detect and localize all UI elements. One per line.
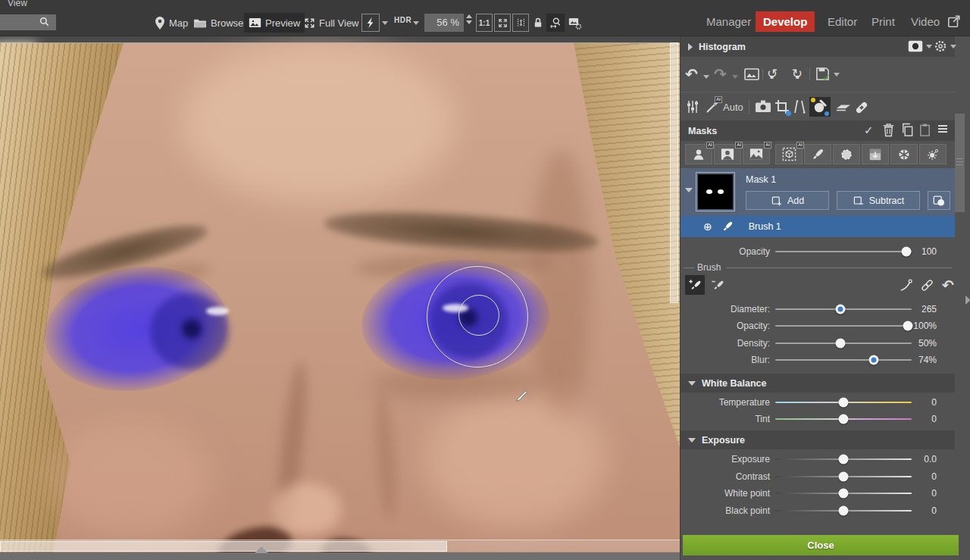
mask-tool-ai-sky[interactable]: AI bbox=[743, 144, 770, 164]
undo-icon[interactable]: ↶ bbox=[685, 67, 698, 82]
diameter-track[interactable] bbox=[775, 308, 912, 310]
mask-tool-luminance[interactable] bbox=[919, 144, 947, 164]
hdr-dropdown[interactable] bbox=[413, 21, 419, 25]
module-tab-manager[interactable]: Manager bbox=[699, 11, 759, 32]
canvas-horizontal-scroll-thumb[interactable] bbox=[0, 541, 447, 552]
mask-display-dropdown[interactable] bbox=[926, 45, 932, 48]
tint-track[interactable] bbox=[775, 418, 912, 420]
black-point-track[interactable] bbox=[775, 510, 912, 512]
mask-display-mode-icon[interactable] bbox=[908, 40, 923, 52]
paste-icon[interactable] bbox=[918, 123, 931, 137]
panel-collapse-arrow[interactable] bbox=[965, 296, 970, 305]
lock-button[interactable] bbox=[530, 14, 546, 32]
brush-opacity-track[interactable] bbox=[775, 325, 912, 327]
menu-view[interactable]: View bbox=[8, 0, 27, 8]
redo-dropdown[interactable] bbox=[732, 75, 738, 79]
auto-label[interactable]: Auto bbox=[723, 102, 743, 113]
mask-tool-circle[interactable] bbox=[833, 144, 860, 164]
mask-invert-button[interactable] bbox=[928, 191, 950, 210]
rotate-left-icon[interactable]: ↺■ bbox=[767, 67, 781, 80]
auto-wand-icon[interactable]: AI bbox=[705, 99, 720, 114]
link-icon[interactable] bbox=[917, 275, 937, 295]
menu-icon[interactable] bbox=[937, 123, 949, 135]
exposure-handle[interactable] bbox=[839, 455, 849, 465]
straighten-tool-icon[interactable] bbox=[793, 99, 806, 114]
mask-tool-brush[interactable] bbox=[804, 144, 831, 164]
canvas-vertical-scroll-thumb[interactable] bbox=[670, 42, 678, 303]
mask-name[interactable]: Mask 1 bbox=[746, 174, 776, 185]
mask-tool-ai-selection[interactable]: AI bbox=[775, 144, 803, 164]
fit-width-button[interactable] bbox=[512, 14, 529, 32]
module-tab-develop[interactable]: Develop bbox=[756, 11, 815, 32]
mask-expand-arrow[interactable] bbox=[685, 188, 693, 192]
photo-image[interactable] bbox=[0, 42, 680, 560]
mask-tool-ai-background[interactable]: AI bbox=[714, 144, 741, 164]
module-tab-print[interactable]: Print bbox=[864, 11, 903, 32]
map-button[interactable]: Map bbox=[150, 13, 192, 33]
temperature-track[interactable] bbox=[775, 402, 912, 403]
white-point-handle[interactable] bbox=[839, 489, 849, 499]
mask-tool-ai-person[interactable]: AI bbox=[685, 144, 712, 164]
mask-opacity-track[interactable] bbox=[775, 251, 912, 252]
diameter-handle[interactable] bbox=[836, 305, 846, 314]
brush-subtract-mode-button[interactable] bbox=[708, 275, 728, 295]
masks-tool-icon-selected[interactable] bbox=[809, 97, 831, 117]
mask-subtract-button[interactable]: Subtract bbox=[837, 191, 920, 210]
exposure-track[interactable] bbox=[775, 458, 912, 460]
adjustments-tool-icon[interactable] bbox=[685, 99, 700, 114]
mask-add-button[interactable]: Add bbox=[746, 191, 829, 210]
hdr-label[interactable]: HDR bbox=[394, 16, 411, 24]
original-image-icon[interactable] bbox=[744, 68, 759, 80]
black-point-handle[interactable] bbox=[839, 506, 849, 516]
gear-icon[interactable] bbox=[934, 39, 947, 53]
contrast-track[interactable] bbox=[775, 476, 912, 477]
temperature-handle[interactable] bbox=[839, 398, 849, 408]
preview-button[interactable]: Preview bbox=[244, 13, 305, 33]
open-external-icon[interactable] bbox=[947, 14, 961, 28]
redo-icon[interactable]: ↷ bbox=[714, 67, 727, 82]
rotate-right-icon[interactable]: ■↻ bbox=[788, 67, 803, 80]
plus-circle-icon[interactable]: ⊕ bbox=[703, 221, 712, 233]
full-view-button[interactable]: Full View bbox=[299, 13, 364, 33]
zoom-1to1-button[interactable]: 1:1 bbox=[476, 14, 493, 32]
blur-handle[interactable] bbox=[868, 355, 878, 365]
camera-tool-icon[interactable] bbox=[755, 99, 771, 113]
white-balance-header[interactable]: White Balance bbox=[681, 374, 955, 393]
crop-tool-icon[interactable] bbox=[774, 99, 790, 114]
white-point-track[interactable] bbox=[775, 493, 912, 494]
save-dropdown[interactable] bbox=[834, 73, 840, 77]
mask-tool-linear-gradient[interactable] bbox=[862, 144, 889, 164]
brush-layer-row[interactable]: ⊕ Brush 1 bbox=[681, 216, 955, 237]
quick-edits-button[interactable] bbox=[361, 14, 380, 32]
canvas-horizontal-scrollbar[interactable] bbox=[0, 540, 680, 552]
tint-handle[interactable] bbox=[839, 415, 849, 424]
compare-button[interactable] bbox=[546, 14, 565, 32]
undo-dropdown[interactable] bbox=[703, 75, 709, 79]
exposure-header[interactable]: Exposure bbox=[681, 430, 955, 449]
close-button[interactable]: Close bbox=[683, 535, 959, 555]
search-icon[interactable] bbox=[39, 16, 50, 27]
pressure-pen-icon[interactable] bbox=[896, 275, 915, 295]
module-tab-editor[interactable]: Editor bbox=[820, 11, 865, 32]
mask-thumbnail[interactable] bbox=[696, 172, 735, 211]
healing-tool-icon[interactable] bbox=[853, 99, 870, 116]
zoom-level-field[interactable]: 56 % bbox=[424, 14, 464, 32]
brush-add-mode-button[interactable] bbox=[685, 275, 705, 295]
filmstrip-expander-arrow[interactable] bbox=[255, 546, 268, 553]
mask-enable-check-icon[interactable]: ✓ bbox=[864, 124, 874, 137]
browser-button[interactable]: Browser bbox=[189, 13, 252, 33]
module-tab-video[interactable]: Video bbox=[903, 11, 947, 32]
gradient-tool-icon[interactable] bbox=[835, 99, 852, 113]
develop-canvas[interactable] bbox=[0, 36, 680, 560]
density-track[interactable] bbox=[775, 343, 912, 344]
save-icon[interactable]: ✓ bbox=[815, 67, 830, 81]
trash-icon[interactable] bbox=[882, 123, 895, 137]
density-handle[interactable] bbox=[836, 339, 846, 349]
blur-track[interactable] bbox=[775, 359, 912, 361]
mask-tool-radial-wheel[interactable] bbox=[890, 144, 918, 164]
reset-brush-icon[interactable]: ↶ bbox=[938, 275, 958, 295]
quick-edits-dropdown[interactable] bbox=[382, 21, 388, 25]
fit-to-screen-button[interactable] bbox=[494, 14, 511, 32]
contrast-handle[interactable] bbox=[839, 472, 849, 482]
gear-dropdown[interactable] bbox=[950, 45, 956, 48]
